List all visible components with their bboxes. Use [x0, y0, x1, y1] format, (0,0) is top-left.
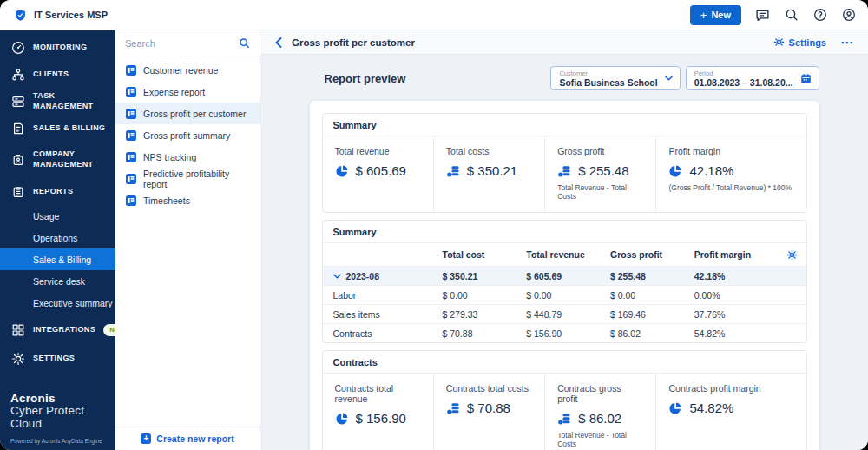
sidebar-item-integrations[interactable]: INTEGRATIONS NEW: [0, 316, 115, 343]
report-item[interactable]: NPS tracking: [115, 146, 260, 168]
metric-label: Gross profit: [557, 146, 643, 156]
report-item-label: NPS tracking: [143, 152, 196, 162]
customer-select-label: Customer: [559, 69, 657, 77]
metric-card-contracts-total-costs: Contracts total costs $ 70.88: [433, 374, 544, 450]
clipboard-icon: [10, 185, 25, 199]
logo-product: Cyber Protect Cloud: [10, 404, 107, 430]
sidebar-item-settings[interactable]: SETTINGS: [0, 345, 115, 372]
metric-label: Total costs: [446, 146, 532, 156]
metric-value: $ 156.90: [356, 411, 406, 426]
column-header: Gross profit: [610, 249, 694, 260]
table-settings-gear-icon[interactable]: [786, 249, 798, 261]
metric-value: $ 350.21: [467, 163, 517, 178]
metric-card-total-costs: Total costs $ 350.21: [433, 136, 544, 212]
metric-label: Contracts profit margin: [668, 383, 793, 394]
report-item-label: Gross profit summary: [143, 130, 230, 141]
report-item-label: Gross profit per customer: [143, 109, 246, 119]
account-icon[interactable]: [841, 8, 856, 23]
gauge-icon: [10, 41, 25, 55]
cell-value: $ 86.02: [610, 328, 694, 339]
sidebar-item-reports[interactable]: REPORTS: [0, 178, 115, 205]
page-title: Gross profit per customer: [292, 37, 415, 48]
main-area: Gross profit per customer Settings ⋯ Rep…: [260, 30, 868, 450]
sidebar-item-label: MONITORING: [33, 43, 87, 53]
report-item[interactable]: Customer revenue: [115, 59, 260, 81]
pie-chart-icon: [335, 164, 349, 178]
cell-value: $ 156.90: [526, 328, 610, 339]
calendar-icon: [800, 73, 812, 84]
metric-card-contracts-profit-margin: Contracts profit margin 54.82%: [655, 374, 806, 450]
search-icon[interactable]: [239, 37, 250, 49]
settings-label: Settings: [789, 37, 826, 48]
metric-value: 54.82%: [689, 400, 733, 415]
more-options-icon[interactable]: ⋯: [840, 38, 854, 47]
sidebar-item-label: SALES & BILLING: [33, 123, 106, 134]
sidebar-item-label: CLIENTS: [33, 69, 69, 80]
report-item-label: Customer revenue: [143, 65, 218, 76]
report-icon: [126, 174, 136, 184]
badge-icon: [10, 153, 25, 167]
metric-value: $ 86.02: [578, 411, 621, 426]
period-select[interactable]: Period 01.08.2023 – 31.08.20...: [686, 66, 819, 90]
sidebar-subitem-executive-summary[interactable]: Executive summary: [0, 292, 115, 314]
cell-value: 42.18%: [694, 271, 779, 281]
sidebar-item-monitoring[interactable]: MONITORING: [0, 34, 115, 61]
help-icon[interactable]: [812, 8, 827, 23]
search-row: [115, 30, 260, 56]
report-icon: [126, 195, 136, 206]
metric-value: 42.18%: [689, 163, 733, 178]
back-chevron-icon[interactable]: [275, 37, 282, 48]
sidebar-subitem-service-desk[interactable]: Service desk: [0, 270, 115, 292]
report-header: Gross profit per customer Settings ⋯: [260, 30, 868, 55]
plus-icon: +: [700, 10, 707, 21]
settings-button[interactable]: Settings: [773, 36, 826, 48]
report-content: Report preview Customer Sofia Business S…: [260, 55, 868, 450]
table-row-contracts[interactable]: Contracts $ 70.88 $ 156.90 $ 86.02 54.82…: [323, 323, 806, 342]
task-boards-icon: [10, 95, 25, 109]
sidebar-item-sales-billing[interactable]: SALES & BILLING: [0, 115, 115, 142]
metric-label: Contracts total revenue: [335, 383, 421, 404]
metric-caption: (Gross Profit / Total Revenue) * 100%: [668, 183, 793, 192]
column-header: Profit margin: [694, 249, 779, 260]
cell-value: $ 605.69: [526, 271, 610, 281]
create-new-report-button[interactable]: + Create new report: [115, 427, 260, 450]
sidebar-item-company-management[interactable]: COMPANY MANAGEMENT: [0, 142, 115, 178]
report-item[interactable]: Gross profit summary: [115, 124, 260, 146]
cell-value: 54.82%: [694, 328, 779, 339]
summary-table-section: Summary Total cost Total revenue Gross p…: [322, 220, 807, 343]
sidebar-item-clients[interactable]: CLIENTS: [0, 61, 115, 88]
report-item[interactable]: Timesheets: [115, 189, 260, 211]
table-header-row: Total cost Total revenue Gross profit Pr…: [323, 243, 806, 266]
report-icon: [126, 87, 136, 97]
cell-value: $ 255.48: [610, 271, 694, 281]
customer-select[interactable]: Customer Sofia Business School: [550, 66, 680, 90]
report-item-label: Predictive profitability report: [143, 169, 251, 189]
column-header: Total revenue: [526, 249, 610, 260]
shield-logo-icon: [14, 9, 27, 22]
new-button[interactable]: + New: [690, 5, 741, 25]
sidebar-subitem-sales-billing[interactable]: Sales & Billing: [0, 248, 115, 270]
metric-value: $ 255.48: [578, 163, 628, 178]
period-select-label: Period: [694, 69, 793, 77]
metric-value: $ 70.88: [467, 400, 510, 415]
tenant-brand: IT Services MSP: [14, 9, 108, 22]
metric-label: Contracts gross profit: [557, 383, 643, 404]
cell-value: $ 169.46: [610, 309, 694, 320]
table-row-labor[interactable]: Labor $ 0.00 $ 0.00 $ 0.00 0.00%: [323, 285, 806, 304]
table-row-2023-08[interactable]: 2023-08 $ 350.21 $ 605.69 $ 255.48 42.18…: [323, 266, 806, 285]
expand-chevron-icon[interactable]: [333, 274, 341, 279]
search-input[interactable]: [125, 38, 233, 49]
sidebar-subitem-operations[interactable]: Operations: [0, 227, 115, 248]
search-icon[interactable]: [784, 8, 799, 23]
report-item[interactable]: Expense report: [115, 81, 260, 103]
sidebar-item-label: REPORTS: [33, 187, 73, 197]
cell-value: $ 350.21: [443, 271, 527, 281]
sidebar-subitem-usage[interactable]: Usage: [0, 205, 115, 227]
report-item-selected[interactable]: Gross profit per customer: [115, 103, 260, 124]
app-window: IT Services MSP + New: [0, 0, 868, 450]
table-row-sales-items[interactable]: Sales items $ 279.33 $ 448.79 $ 169.46 3…: [323, 304, 806, 323]
report-item[interactable]: Predictive profitability report: [115, 168, 260, 189]
sidebar-item-task-management[interactable]: TASK MANAGEMENT: [0, 88, 115, 115]
metric-card-total-revenue: Total revenue $ 605.69: [323, 136, 433, 212]
feedback-chat-icon[interactable]: [755, 8, 770, 23]
